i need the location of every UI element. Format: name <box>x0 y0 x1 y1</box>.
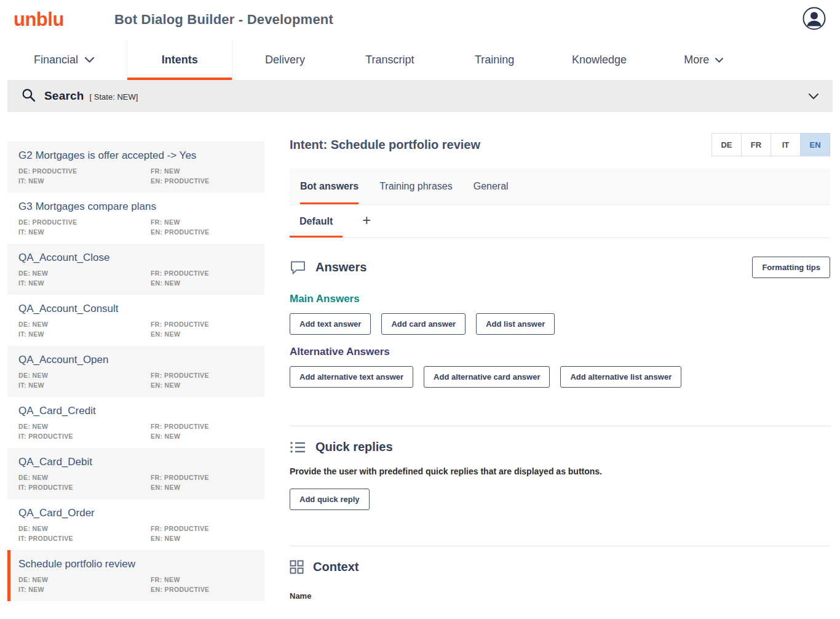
tab-knowledge[interactable]: Knowledge <box>547 39 651 80</box>
intent-name: QA_Account_Consult <box>18 303 253 315</box>
state-en: EN: PRODUCTIVE <box>151 228 253 236</box>
context-selector-label: Financial <box>34 54 78 66</box>
chevron-down-icon <box>84 54 95 66</box>
tab-intents[interactable]: Intents <box>127 39 232 80</box>
alternative-answers-buttons: Add alternative text answer Add alternat… <box>290 366 830 388</box>
intent-title: Intent: Schedule portfolio review <box>290 138 480 152</box>
state-de: DE: PRODUCTIVE <box>18 167 151 175</box>
list-item[interactable]: QA_Card_Credit DE: NEW FR: PRODUCTIVE IT… <box>7 397 264 448</box>
formatting-tips-button[interactable]: Formatting tips <box>752 257 830 278</box>
subtab-default[interactable]: Default <box>290 205 343 238</box>
tab-delivery[interactable]: Delivery <box>232 39 337 80</box>
state-en: EN: NEW <box>151 484 253 491</box>
intent-name: QA_Card_Order <box>18 507 253 519</box>
intent-name: Schedule portfolio review <box>18 558 253 570</box>
state-it: IT: PRODUCTIVE <box>18 433 151 440</box>
context-selector-financial[interactable]: Financial <box>0 39 127 80</box>
intent-states: DE: NEW FR: PRODUCTIVE IT: PRODUCTIVE EN… <box>18 474 253 491</box>
state-it: IT: NEW <box>18 279 151 287</box>
tab-more[interactable]: More <box>652 39 756 80</box>
tab-label: Intents <box>162 54 198 66</box>
main-nav: Financial Intents Delivery Transcript Tr… <box>0 39 840 80</box>
add-alternative-text-answer-button[interactable]: Add alternative text answer <box>290 366 413 388</box>
state-en: EN: PRODUCTIVE <box>151 177 253 185</box>
intent-states: DE: NEW FR: PRODUCTIVE IT: PRODUCTIVE EN… <box>18 423 253 440</box>
user-avatar[interactable] <box>802 7 826 32</box>
tab-label: Training <box>475 54 514 66</box>
state-fr: FR: PRODUCTIVE <box>151 474 253 481</box>
add-quick-reply-button[interactable]: Add quick reply <box>290 489 370 510</box>
search-bar[interactable]: Search [ State: NEW] <box>7 80 833 112</box>
context-title: Context <box>313 560 359 574</box>
tab-label: Delivery <box>265 54 305 66</box>
intent-states: DE: PRODUCTIVE FR: NEW IT: NEW EN: PRODU… <box>18 167 253 185</box>
state-de: DE: NEW <box>18 474 151 481</box>
state-en: EN: NEW <box>151 535 253 542</box>
list-item-selected[interactable]: Schedule portfolio review DE: NEW FR: NE… <box>7 550 264 601</box>
quick-replies-section-header: Quick replies <box>290 440 830 454</box>
tab-training-phrases[interactable]: Training phrases <box>379 169 453 204</box>
chevron-down-icon[interactable] <box>808 93 819 100</box>
intent-header: Intent: Schedule portfolio review DE FR … <box>290 133 830 156</box>
add-text-answer-button[interactable]: Add text answer <box>290 313 371 335</box>
add-list-answer-button[interactable]: Add list answer <box>476 313 555 335</box>
state-de: DE: NEW <box>18 372 151 379</box>
intent-states: DE: NEW FR: NEW IT: NEW EN: PRODUCTIVE <box>18 576 253 593</box>
state-fr: FR: NEW <box>151 167 253 175</box>
grid-icon <box>290 560 304 574</box>
section-divider <box>290 546 830 546</box>
list-item[interactable]: QA_Card_Debit DE: NEW FR: PRODUCTIVE IT:… <box>7 448 264 499</box>
state-it: IT: NEW <box>18 228 151 236</box>
speech-bubble-icon <box>290 260 306 275</box>
intent-states: DE: NEW FR: PRODUCTIVE IT: NEW EN: NEW <box>18 321 253 338</box>
state-de: DE: NEW <box>18 576 151 583</box>
list-item[interactable]: QA_Account_Close DE: NEW FR: PRODUCTIVE … <box>7 244 264 295</box>
tab-label: Transcript <box>365 54 414 66</box>
list-item[interactable]: QA_Account_Consult DE: NEW FR: PRODUCTIV… <box>7 295 264 346</box>
list-item[interactable]: QA_Account_Open DE: NEW FR: PRODUCTIVE I… <box>7 346 264 397</box>
intent-tabs: Bot answers Training phrases General <box>290 169 830 205</box>
tab-transcript[interactable]: Transcript <box>338 39 442 80</box>
answers-section-header: Answers Formatting tips <box>290 257 830 278</box>
tab-training[interactable]: Training <box>442 39 547 80</box>
list-item[interactable]: G3 Mortgages compare plans DE: PRODUCTIV… <box>7 193 264 244</box>
chevron-down-icon <box>715 54 724 66</box>
quick-replies-title: Quick replies <box>315 440 393 454</box>
alternative-answers-title: Alternative Answers <box>290 346 830 358</box>
lang-button-de[interactable]: DE <box>711 133 742 156</box>
lang-button-en[interactable]: EN <box>800 133 830 156</box>
add-card-answer-button[interactable]: Add card answer <box>381 313 466 335</box>
search-icon <box>21 87 36 105</box>
lang-button-fr[interactable]: FR <box>741 133 771 156</box>
state-de: DE: NEW <box>18 525 151 532</box>
state-de: DE: NEW <box>18 270 151 277</box>
state-fr: FR: PRODUCTIVE <box>151 321 253 328</box>
search-state-filter: [ State: NEW] <box>90 92 138 102</box>
list-item[interactable]: QA_Card_Order DE: NEW FR: PRODUCTIVE IT:… <box>7 499 264 550</box>
answers-title: Answers <box>315 260 367 274</box>
intent-name: QA_Card_Debit <box>18 456 253 468</box>
intent-detail-panel: Intent: Schedule portfolio review DE FR … <box>290 133 830 601</box>
state-fr: FR: PRODUCTIVE <box>151 525 253 532</box>
add-alternative-card-answer-button[interactable]: Add alternative card answer <box>424 366 550 388</box>
context-name-label: Name <box>290 591 830 601</box>
state-de: DE: NEW <box>18 423 151 430</box>
state-it: IT: NEW <box>18 381 151 389</box>
intent-name: QA_Account_Open <box>18 354 253 366</box>
add-alternative-list-answer-button[interactable]: Add alternative list answer <box>560 366 681 388</box>
add-variant-button[interactable]: + <box>359 212 374 231</box>
user-icon <box>802 7 826 33</box>
lang-button-it[interactable]: IT <box>771 133 801 156</box>
state-de: DE: PRODUCTIVE <box>18 218 151 226</box>
state-it: IT: NEW <box>18 330 151 338</box>
intent-name: G2 Mortgages is offer accepted -> Yes <box>18 150 253 162</box>
intent-name: QA_Card_Credit <box>18 405 253 417</box>
state-it: IT: NEW <box>18 586 151 593</box>
tab-bot-answers[interactable]: Bot answers <box>300 169 359 204</box>
quick-replies-description: Provide the user with predefined quick r… <box>290 466 830 476</box>
unblu-logo: unblu <box>14 9 101 31</box>
intent-states: DE: NEW FR: PRODUCTIVE IT: NEW EN: NEW <box>18 270 253 287</box>
list-item[interactable]: G2 Mortgages is offer accepted -> Yes DE… <box>7 142 264 193</box>
tab-general[interactable]: General <box>473 169 509 204</box>
state-en: EN: NEW <box>151 433 253 440</box>
